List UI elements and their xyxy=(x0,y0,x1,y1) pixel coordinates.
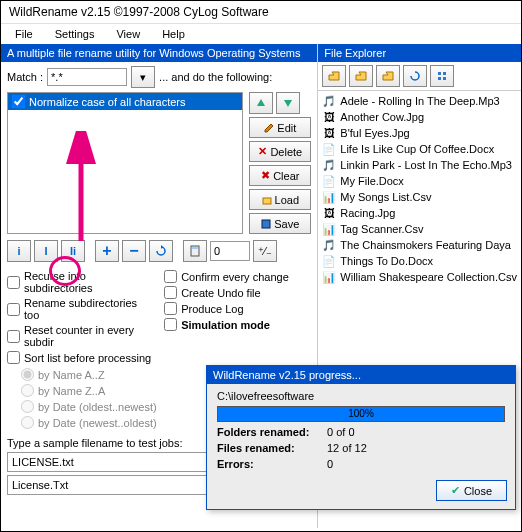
load-button[interactable]: Load xyxy=(249,189,311,210)
list-item: 🖼Another Cow.Jpg xyxy=(320,109,519,125)
remove-button[interactable]: − xyxy=(122,240,146,262)
sort-dateno-radio[interactable] xyxy=(21,416,34,429)
fe-home-button[interactable] xyxy=(349,65,373,87)
sim-checkbox[interactable] xyxy=(164,318,177,331)
progress-dialog: WildRename v2.15 progress... C:\ilovefre… xyxy=(206,365,516,510)
sort-label: Sort list before processing xyxy=(24,352,151,364)
window-title: WildRename v2.15 ©1997-2008 CyLog Softwa… xyxy=(1,1,521,24)
log-label: Produce Log xyxy=(181,303,243,315)
audio-icon: 🎵 xyxy=(322,158,336,172)
csv-icon: 📊 xyxy=(322,222,336,236)
sort-nameaz-radio[interactable] xyxy=(21,368,34,381)
info-button[interactable]: i xyxy=(7,240,31,262)
close-button[interactable]: ✔Close xyxy=(436,480,507,501)
list-item: 📄My File.Docx xyxy=(320,173,519,189)
progress-bar: 100% xyxy=(217,406,505,422)
svg-rect-4 xyxy=(438,72,441,75)
list-item: 🖼Racing.Jpg xyxy=(320,205,519,221)
match-suffix: ... and do the following: xyxy=(159,71,272,83)
confirm-checkbox[interactable] xyxy=(164,270,177,283)
recurse-label: Recurse into subdirectories xyxy=(24,270,154,294)
audio-icon: 🎵 xyxy=(322,94,336,108)
recurse-checkbox[interactable] xyxy=(7,276,20,289)
menu-settings[interactable]: Settings xyxy=(45,26,105,42)
clear-button[interactable]: ✖Clear xyxy=(249,165,311,186)
counter-opts-button[interactable]: ⁺⁄₋ xyxy=(253,240,277,262)
reset-label: Reset counter in every subdir xyxy=(24,324,154,348)
refresh-button[interactable] xyxy=(149,240,173,262)
dialog-path: C:\ilovefreesoftware xyxy=(217,390,505,402)
sort-dateon-radio[interactable] xyxy=(21,400,34,413)
fe-bookmark-button[interactable] xyxy=(376,65,400,87)
counter-input[interactable] xyxy=(210,241,250,261)
undo-label: Create Undo file xyxy=(181,287,261,299)
edit-button[interactable]: Edit xyxy=(249,117,311,138)
list-item: 🎵Adele - Rolling In The Deep.Mp3 xyxy=(320,93,519,109)
file-explorer-title: File Explorer xyxy=(318,44,521,62)
list-item: 🖼B'ful Eyes.Jpg xyxy=(320,125,519,141)
list-item: 📊Tag Scanner.Csv xyxy=(320,221,519,237)
svg-rect-0 xyxy=(263,198,271,204)
rule-checkbox[interactable] xyxy=(12,95,25,108)
list-item: 🎵Linkin Park - Lost In The Echo.Mp3 xyxy=(320,157,519,173)
doc-icon: 📄 xyxy=(322,174,336,188)
match-label: Match : xyxy=(7,71,43,83)
rensub-checkbox[interactable] xyxy=(7,303,20,316)
menu-file[interactable]: File xyxy=(5,26,43,42)
sort-nameza-radio[interactable] xyxy=(21,384,34,397)
banner: A multiple file rename utility for Windo… xyxy=(1,44,317,62)
list-item: 📄Life Is Like Cup Of Coffee.Docx xyxy=(320,141,519,157)
rule-item[interactable]: Normalize case of all characters xyxy=(8,93,242,110)
match-pattern-input[interactable] xyxy=(47,68,127,86)
delete-button[interactable]: ✕Delete xyxy=(249,141,311,162)
menu-view[interactable]: View xyxy=(106,26,150,42)
audio-icon: 🎵 xyxy=(322,238,336,252)
fe-refresh-button[interactable] xyxy=(403,65,427,87)
dialog-title: WildRename v2.15 progress... xyxy=(207,366,515,384)
list-item: 📊My Songs List.Csv xyxy=(320,189,519,205)
info3-button[interactable]: Ii xyxy=(61,240,85,262)
confirm-label: Confirm every change xyxy=(181,271,289,283)
save-button[interactable]: Save xyxy=(249,213,311,234)
sort-checkbox[interactable] xyxy=(7,351,20,364)
fe-up-button[interactable] xyxy=(322,65,346,87)
svg-rect-6 xyxy=(438,77,441,80)
add-button[interactable]: + xyxy=(95,240,119,262)
image-icon: 🖼 xyxy=(322,206,336,220)
list-item: 🎵The Chainsmokers Featuring Daya xyxy=(320,237,519,253)
pattern-dropdown-icon[interactable]: ▾ xyxy=(131,66,155,88)
menu-help[interactable]: Help xyxy=(152,26,195,42)
move-down-button[interactable] xyxy=(276,92,300,114)
info2-button[interactable]: I xyxy=(34,240,58,262)
image-icon: 🖼 xyxy=(322,126,336,140)
move-up-button[interactable] xyxy=(249,92,273,114)
undo-checkbox[interactable] xyxy=(164,286,177,299)
list-item: 📄Things To Do.Docx xyxy=(320,253,519,269)
svg-rect-5 xyxy=(443,72,446,75)
rensub-label: Rename subdirectories too xyxy=(24,297,154,321)
menubar: File Settings View Help xyxy=(1,24,521,44)
calc-button[interactable] xyxy=(183,240,207,262)
svg-rect-7 xyxy=(443,77,446,80)
csv-icon: 📊 xyxy=(322,270,336,284)
doc-icon: 📄 xyxy=(322,254,336,268)
doc-icon: 📄 xyxy=(322,142,336,156)
rule-label: Normalize case of all characters xyxy=(29,96,186,108)
image-icon: 🖼 xyxy=(322,110,336,124)
log-checkbox[interactable] xyxy=(164,302,177,315)
fe-view-button[interactable] xyxy=(430,65,454,87)
list-item: 📊William Shakespeare Collection.Csv xyxy=(320,269,519,285)
sim-label: Simulation mode xyxy=(181,319,270,331)
reset-checkbox[interactable] xyxy=(7,330,20,343)
svg-rect-1 xyxy=(262,220,270,228)
rules-list[interactable]: Normalize case of all characters xyxy=(7,92,243,234)
svg-rect-3 xyxy=(192,247,198,249)
csv-icon: 📊 xyxy=(322,190,336,204)
